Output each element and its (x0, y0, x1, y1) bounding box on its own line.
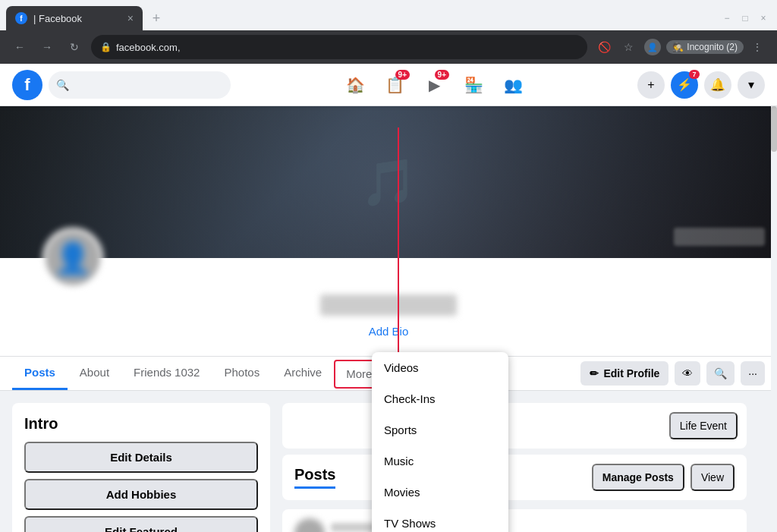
search-bar[interactable]: 🔍 (49, 71, 231, 99)
refresh-button[interactable]: ↻ (64, 36, 85, 58)
dropdown-arrow-icon: ▾ (748, 77, 754, 92)
profile-icon[interactable]: 👤 (642, 36, 663, 58)
add-button[interactable]: + (637, 71, 665, 99)
dropdown-item-tv-shows[interactable]: TV Shows (372, 508, 508, 532)
dropdown-item-movies[interactable]: Movies (372, 477, 508, 508)
more-label: More (346, 367, 372, 380)
nav-pages[interactable]: 📋 9+ (376, 67, 413, 103)
add-bio-area: Add Bio (12, 322, 765, 347)
facebook-header: f 🔍 🏠 📋 9+ ▶ 9+ 🏪 👥 + (0, 64, 777, 106)
back-button[interactable]: ← (9, 36, 30, 58)
profile-tab-actions: ✏ Edit Profile 👁 🔍 ··· (580, 361, 765, 386)
nav-marketplace[interactable]: 🏪 (455, 67, 492, 103)
tab-title: | Facebook (33, 13, 121, 24)
tab-bar: f | Facebook × + − □ × (0, 0, 777, 30)
header-right: + ⚡ 7 🔔 ▾ (637, 71, 765, 99)
dropdown-item-videos[interactable]: Videos (372, 352, 508, 383)
view-profile-button[interactable]: 👁 (675, 361, 700, 386)
scroll-thumb[interactable] (771, 106, 777, 152)
facebook-logo[interactable]: f (12, 70, 42, 100)
profile-name-area (12, 288, 765, 322)
nav-video[interactable]: ▶ 9+ (416, 67, 452, 103)
incognito-icon: 🕵 (672, 42, 684, 52)
edit-featured-button[interactable]: Edit Featured (24, 516, 258, 532)
nav-center: 🏠 📋 9+ ▶ 9+ 🏪 👥 (231, 67, 637, 103)
pages-badge: 9+ (395, 70, 410, 80)
cover-overlay-block (674, 228, 765, 246)
more-dots-icon: ··· (748, 367, 757, 379)
address-text: facebook.com, (116, 42, 181, 53)
life-event-button[interactable]: Life Event (669, 412, 738, 439)
avatar: 👤 (42, 228, 103, 288)
posts-title: Posts (294, 466, 335, 489)
account-dropdown-button[interactable]: ▾ (738, 71, 765, 99)
cover-photo: 🎵 (0, 106, 777, 258)
home-icon: 🏠 (346, 76, 365, 94)
tab-photos[interactable]: Photos (212, 357, 272, 390)
tab-about[interactable]: About (68, 357, 121, 390)
search-icon: 🔍 (56, 79, 69, 91)
dropdown-item-check-ins[interactable]: Check-Ins (372, 383, 508, 414)
posts-header: Posts Manage Posts View (282, 455, 747, 500)
add-icon: + (647, 78, 654, 92)
edit-pencil-icon: ✏ (590, 367, 599, 379)
tab-close-icon[interactable]: × (127, 12, 134, 24)
tab-friends[interactable]: Friends 1032 (121, 357, 212, 390)
messenger-button[interactable]: ⚡ 7 (671, 71, 698, 99)
browser-toolbar-icons: 🚫 ☆ 👤 🕵 Incognito (2) ⋮ (593, 36, 768, 58)
lock-icon: 🔒 (100, 42, 112, 52)
right-column: Life Event Posts Manage Posts View (282, 403, 747, 532)
incognito-label: Incognito (2) (687, 42, 738, 52)
tab-archive[interactable]: Archive (272, 357, 334, 390)
tab-favicon: f (15, 12, 27, 24)
life-event-area: Life Event (282, 403, 747, 449)
forward-button[interactable]: → (36, 36, 58, 58)
view-button[interactable]: View (690, 464, 735, 491)
messenger-icon: ⚡ (677, 77, 692, 92)
nav-home[interactable]: 🏠 (337, 67, 373, 103)
profile-name-blur (320, 294, 457, 316)
posts-actions: Manage Posts View (592, 464, 735, 491)
new-tab-button[interactable]: + (146, 8, 167, 29)
notifications-button[interactable]: 🔔 (704, 71, 731, 99)
manage-posts-button[interactable]: Manage Posts (592, 464, 684, 491)
add-hobbies-button[interactable]: Add Hobbies (24, 479, 258, 510)
incognito-badge: 🕵 Incognito (2) (666, 40, 744, 54)
edit-profile-button[interactable]: ✏ Edit Profile (580, 361, 668, 386)
groups-icon: 👥 (504, 76, 523, 94)
intro-title: Intro (24, 415, 258, 433)
maximize-button[interactable]: □ (738, 11, 753, 26)
close-button[interactable]: × (756, 11, 771, 26)
bookmark-icon[interactable]: ☆ (618, 36, 639, 58)
add-bio-link[interactable]: Add Bio (12, 322, 765, 347)
search-profile-button[interactable]: 🔍 (706, 361, 735, 386)
edit-profile-label: Edit Profile (603, 367, 659, 379)
minimize-button[interactable]: − (719, 11, 735, 26)
post-item-1: ··· (282, 509, 747, 532)
edit-details-button[interactable]: Edit Details (24, 442, 258, 473)
dropdown-item-sports[interactable]: Sports (372, 414, 508, 445)
nav-groups[interactable]: 👥 (495, 67, 531, 103)
search-profile-icon: 🔍 (714, 367, 727, 379)
tab-posts[interactable]: Posts (12, 357, 68, 390)
messenger-badge: 7 (689, 70, 700, 79)
browser-tab-facebook[interactable]: f | Facebook × (6, 6, 143, 30)
address-bar[interactable]: 🔒 facebook.com, (91, 35, 587, 59)
post-more-dots[interactable]: ··· (722, 525, 735, 533)
scrollbar[interactable] (771, 106, 777, 532)
more-options-button[interactable]: ··· (741, 361, 765, 386)
window-controls: − □ × (719, 11, 771, 26)
bell-icon: 🔔 (710, 77, 725, 92)
browser-chrome: f | Facebook × + − □ × ← → ↻ 🔒 facebook.… (0, 0, 777, 64)
cover-music-icon: 🎵 (360, 156, 417, 209)
camera-off-icon: 🚫 (593, 36, 615, 58)
friends-count: 1032 (175, 366, 200, 379)
left-column: Intro Edit Details Add Hobbies Edit Feat… (12, 403, 270, 532)
browser-more-icon[interactable]: ⋮ (747, 36, 768, 58)
dropdown-item-music[interactable]: Music (372, 445, 508, 477)
video-badge: 9+ (435, 70, 449, 80)
facebook-app: f 🔍 🏠 📋 9+ ▶ 9+ 🏪 👥 + (0, 64, 777, 532)
browser-toolbar: ← → ↻ 🔒 facebook.com, 🚫 ☆ 👤 🕵 Incognito … (0, 30, 777, 64)
post-avatar (294, 518, 325, 532)
more-dropdown-menu: Videos Check-Ins Sports Music Movies TV … (372, 352, 508, 532)
